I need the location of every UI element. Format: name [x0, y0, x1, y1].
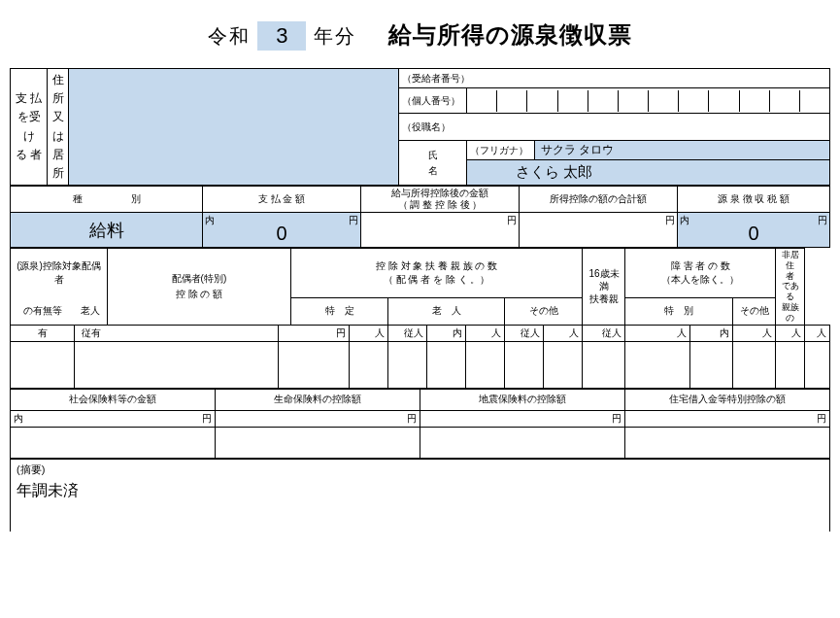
- yen-label: 円: [215, 410, 420, 427]
- ju-nin-label: 従人: [388, 325, 427, 341]
- disabled-count-label: 障 害 者 の 数（本人を除く。）: [625, 249, 776, 298]
- nin-label: 人: [776, 325, 805, 341]
- col-paid: 支 払 金 額: [203, 187, 361, 213]
- uchi-label: 内: [11, 410, 123, 427]
- jutaku-label: 住宅借入金等特別控除の額: [624, 389, 829, 410]
- tokubetsu-count[interactable]: [733, 341, 776, 388]
- amounts-table: 種 別 支 払 金 額 給与所得控除後の金額（ 調 整 控 除 後 ） 所得控除…: [10, 186, 830, 248]
- shakai-amount[interactable]: [11, 427, 216, 458]
- fuyou-count-label: 控 除 対 象 扶 養 親 族 の 数（ 配 偶 者 を 除 く 。）: [290, 249, 583, 298]
- dependents-table: (源泉)控除対象配偶者 配偶者(特別)控 除 の 額 控 除 対 象 扶 養 親…: [10, 248, 830, 389]
- withholding-cell[interactable]: 内 円 0: [678, 213, 830, 248]
- tekiyo-label: (摘要): [17, 463, 823, 477]
- seimei-label: 生命保険料の控除額: [215, 389, 420, 410]
- paid-amount: 0: [203, 223, 360, 245]
- ju-nin-label: 従人: [505, 325, 544, 341]
- sonota2-label: その他: [733, 297, 776, 325]
- tekiyo-cell[interactable]: (摘要) 年調未済: [11, 459, 830, 532]
- yen-label: 円: [507, 214, 517, 227]
- era-prefix: 令和: [208, 25, 251, 47]
- jishin-amount[interactable]: [420, 427, 624, 458]
- umu-label: の有無等: [11, 297, 75, 325]
- post-label: （役職名）: [399, 114, 830, 141]
- yen-label: 円: [420, 410, 624, 427]
- col-total-deduction: 所得控除の額の合計額: [520, 187, 678, 213]
- tokutei-count[interactable]: [350, 341, 388, 388]
- header-table: 支 払を受ける 者 住所又は居所 （受給者番号） （個人番号） （役職名） 氏名…: [10, 68, 830, 186]
- sonota-label: その他: [505, 297, 583, 325]
- recipient-no-label: （受給者番号）: [399, 69, 830, 88]
- furigana-label: （フリガナ）: [467, 141, 535, 160]
- after-deduction-cell[interactable]: 円: [361, 213, 520, 248]
- tekiyo-table: (摘要) 年調未済: [10, 459, 830, 532]
- name-block-label: 氏名: [399, 141, 467, 186]
- col-withholding: 源 泉 徴 収 税 額: [678, 187, 830, 213]
- rojin-uchi-count[interactable]: [427, 341, 466, 388]
- jutaku-amount[interactable]: [624, 427, 829, 458]
- sonota-ju-count[interactable]: [583, 341, 625, 388]
- nin-label: 人: [350, 325, 388, 341]
- yen-label: 円: [624, 410, 829, 427]
- kind-value[interactable]: 給料: [11, 213, 203, 248]
- ari-label: 有: [11, 325, 75, 341]
- sonota-count[interactable]: [544, 341, 583, 388]
- rojin-label: 老人: [75, 297, 108, 325]
- tokutei-ju-count[interactable]: [388, 341, 427, 388]
- fuyou-rojin-label: 老 人: [388, 297, 505, 325]
- insurance-table: 社会保険料等の金額 生命保険料の控除額 地震保険料の控除額 住宅借入金等特別控除…: [10, 389, 830, 459]
- tekiyo-value: 年調未済: [17, 481, 823, 501]
- furigana-value[interactable]: サクラ タロウ: [535, 141, 830, 160]
- col-kind: 種 別: [11, 187, 203, 213]
- nin-label: 人: [544, 325, 583, 341]
- seimei-amount[interactable]: [215, 427, 420, 458]
- juari-label: 従有: [75, 325, 108, 341]
- shogai-sonota-count[interactable]: [776, 341, 805, 388]
- address-label: 住所又は居所: [48, 69, 69, 186]
- uchi-label: 内: [690, 325, 733, 341]
- under16-label: 16歳未満扶養親: [583, 249, 625, 326]
- title-row: 令和 3 年分 給与所得の源泉徴収票: [10, 19, 830, 51]
- col-after-deduction: 給与所得控除後の金額（ 調 整 控 除 後 ）: [361, 187, 520, 213]
- rojin-count[interactable]: [466, 341, 505, 388]
- document-title: 給与所得の源泉徴収票: [388, 21, 632, 48]
- tokutei-label: 特 定: [290, 297, 388, 325]
- yen-label: 円: [122, 410, 215, 427]
- personal-no-label: （個人番号）: [399, 88, 467, 114]
- ari-field[interactable]: [11, 341, 75, 388]
- paid-amount-cell[interactable]: 内 円 0: [203, 213, 361, 248]
- era-year[interactable]: 3: [257, 21, 306, 51]
- ju-nin-label: 従人: [583, 325, 625, 341]
- jishin-label: 地震保険料の控除額: [420, 389, 624, 410]
- tokubetsu-uchi-count[interactable]: [690, 341, 733, 388]
- spouse-sp-amount[interactable]: [278, 341, 350, 388]
- total-deduction-cell[interactable]: 円: [520, 213, 678, 248]
- name-value[interactable]: さくら 太郎: [467, 160, 830, 186]
- under16-count[interactable]: [625, 341, 690, 388]
- juari-field[interactable]: [75, 341, 108, 388]
- uchi-label: 内: [427, 325, 466, 341]
- address-field[interactable]: [69, 69, 399, 186]
- tokubetsu-label: 特 別: [625, 297, 733, 325]
- yen-label: 円: [278, 325, 350, 341]
- nin-label: 人: [733, 325, 776, 341]
- gensen-spouse-label: (源泉)控除対象配偶者: [11, 249, 108, 298]
- nin-label: 人: [466, 325, 505, 341]
- nonresident-label: 非居住者である親族の: [776, 249, 805, 326]
- payee-label: 支 払を受ける 者: [11, 69, 48, 186]
- shakai-label: 社会保険料等の金額: [11, 389, 216, 410]
- nin-label: 人: [805, 325, 830, 341]
- spouse-special-label: 配偶者(特別)控 除 の 額: [108, 249, 291, 326]
- rojin-ju-count[interactable]: [505, 341, 544, 388]
- personal-no-boxes[interactable]: [467, 88, 830, 114]
- rojin-field[interactable]: [108, 341, 279, 388]
- yen-label: 円: [665, 214, 675, 227]
- era-suffix: 年分: [314, 25, 356, 47]
- nin-label: 人: [625, 325, 690, 341]
- nonresident-count[interactable]: [805, 341, 830, 388]
- withholding-amount: 0: [678, 223, 829, 245]
